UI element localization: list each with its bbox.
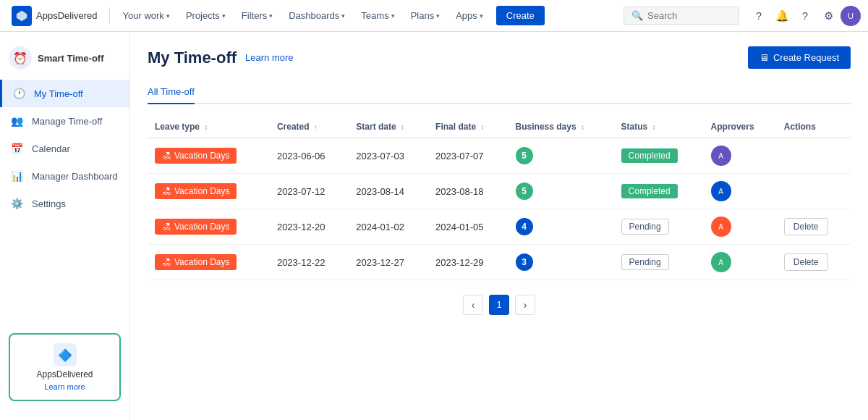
cell-approvers: A — [704, 209, 777, 245]
cell-final-date: 2023-08-18 — [428, 174, 509, 209]
vacation-icon: 🏖 — [162, 186, 171, 196]
create-button[interactable]: Create — [496, 6, 545, 25]
avatar: A — [711, 217, 731, 237]
table-row: 🏖 Vacation Days2023-06-062023-07-032023-… — [148, 138, 851, 174]
delete-button[interactable]: Delete — [784, 253, 828, 271]
cell-final-date: 2024-01-05 — [428, 209, 509, 245]
avatar: A — [711, 146, 731, 166]
sidebar-item-my-time-off[interactable]: 🕐 My Time-off — [0, 80, 129, 107]
sidebar-header: ⏰ Smart Time-off — [0, 42, 129, 80]
col-leave-type[interactable]: Leave type ↕ — [148, 116, 270, 138]
cell-start-date: 2024-01-02 — [349, 209, 428, 245]
nav-your-work-label: Your work — [123, 10, 164, 21]
sidebar-promo-box[interactable]: 🔷 AppsDelivered Learn more — [9, 333, 121, 401]
app-logo[interactable]: AppsDelivered — [7, 6, 102, 26]
calendar-icon: 📅 — [9, 140, 25, 156]
sidebar-item-manage-time-off[interactable]: 👥 Manage Time-off — [0, 107, 129, 135]
promo-brand-name: AppsDelivered — [36, 369, 93, 379]
page-1-button[interactable]: 1 — [489, 295, 509, 315]
sort-icon: ↕ — [204, 123, 208, 131]
nav-dashboards[interactable]: Dashboards ▾ — [283, 7, 351, 24]
cell-status: Pending — [614, 245, 704, 280]
cell-business-days: 3 — [509, 245, 614, 280]
sidebar-item-settings[interactable]: ⚙️ Settings — [0, 190, 129, 217]
sidebar-app-icon: ⏰ — [9, 46, 32, 70]
nav-apps[interactable]: Apps ▾ — [450, 7, 489, 24]
col-created[interactable]: Created ↑ — [270, 116, 349, 138]
promo-learn-more-link[interactable]: Learn more — [44, 382, 85, 391]
cell-business-days: 5 — [509, 174, 614, 209]
delete-button[interactable]: Delete — [784, 218, 828, 235]
vacation-icon: 🏖 — [162, 222, 171, 232]
search-input[interactable] — [647, 10, 731, 21]
sidebar-item-manager-dashboard[interactable]: 📊 Manager Dashboard — [0, 162, 129, 190]
nav-filters[interactable]: Filters ▾ — [236, 7, 278, 24]
topnav-actions: ? 🔔 ? ⚙ U — [748, 5, 861, 27]
nav-projects[interactable]: Projects ▾ — [180, 7, 231, 24]
cell-actions — [777, 174, 851, 209]
sidebar-item-label: My Time-off — [34, 88, 83, 99]
sidebar-item-label: Manage Time-off — [32, 116, 102, 127]
cell-final-date: 2023-12-29 — [428, 245, 509, 280]
search-bar[interactable]: 🔍 — [624, 7, 739, 25]
nav-filters-label: Filters — [242, 10, 267, 21]
leave-type-badge: 🏖 Vacation Days — [155, 183, 237, 199]
learn-more-link[interactable]: Learn more — [245, 52, 293, 63]
cell-actions — [777, 138, 851, 174]
nav-divider — [109, 7, 110, 25]
settings-button[interactable]: ⚙ — [817, 5, 839, 27]
nav-plans[interactable]: Plans ▾ — [405, 7, 446, 24]
col-final-date[interactable]: Final date ↕ — [428, 116, 509, 138]
sort-icon: ↕ — [652, 123, 656, 131]
sidebar-promo-area: 🔷 AppsDelivered Learn more — [0, 324, 129, 410]
settings-icon: ⚙️ — [9, 196, 25, 211]
user-avatar[interactable]: U — [841, 6, 861, 26]
cell-approvers: A — [704, 138, 777, 174]
brand-name: AppsDelivered — [36, 10, 98, 21]
create-request-label: Create Request — [773, 52, 839, 63]
dashboard-icon: 📊 — [9, 168, 25, 184]
time-off-table: Leave type ↕ Created ↑ Start date ↕ Fina… — [148, 116, 851, 280]
promo-icon: 🔷 — [54, 343, 77, 366]
page-title-row: My Time-off Learn more — [148, 49, 294, 67]
sidebar-app-name: Smart Time-off — [38, 53, 104, 64]
status-badge: Completed — [621, 148, 678, 163]
search-icon: 🔍 — [631, 10, 643, 21]
next-page-button[interactable]: › — [515, 295, 535, 315]
col-start-date[interactable]: Start date ↕ — [349, 116, 428, 138]
cell-status: Completed — [614, 174, 704, 209]
sidebar-item-calendar[interactable]: 📅 Calendar — [0, 135, 129, 162]
help-button[interactable]: ? — [794, 5, 816, 27]
sidebar-item-label: Settings — [32, 198, 66, 209]
col-status[interactable]: Status ↕ — [614, 116, 704, 138]
sort-icon: ↑ — [314, 123, 318, 131]
nav-teams[interactable]: Teams ▾ — [355, 7, 400, 24]
prev-page-button[interactable]: ‹ — [463, 295, 483, 315]
cell-status: Pending — [614, 209, 704, 245]
sort-icon: ↕ — [581, 123, 584, 131]
time-icon: 🕐 — [11, 85, 27, 101]
cell-created: 2023-12-22 — [270, 245, 349, 280]
cell-final-date: 2023-07-07 — [428, 138, 509, 174]
notifications-button[interactable]: 🔔 — [771, 5, 793, 27]
vacation-icon: 🏖 — [162, 257, 171, 267]
sidebar-item-label: Manager Dashboard — [32, 171, 118, 182]
nav-apps-label: Apps — [456, 10, 477, 21]
create-request-button[interactable]: 🖥 Create Request — [748, 46, 851, 69]
leave-type-badge: 🏖 Vacation Days — [155, 148, 237, 164]
cell-leave-type: 🏖 Vacation Days — [148, 174, 270, 209]
top-navigation: AppsDelivered Your work ▾ Projects ▾ Fil… — [0, 0, 868, 32]
nav-your-work[interactable]: Your work ▾ — [117, 7, 176, 24]
col-business-days[interactable]: Business days ↕ — [509, 116, 614, 138]
chevron-down-icon: ▾ — [222, 12, 226, 20]
cell-start-date: 2023-08-14 — [349, 174, 428, 209]
tab-all-time-off[interactable]: All Time-off — [148, 80, 195, 104]
chevron-down-icon: ▾ — [436, 12, 440, 20]
create-request-icon: 🖥 — [760, 52, 769, 63]
cell-start-date: 2023-12-27 — [349, 245, 428, 280]
help-circle-button[interactable]: ? — [748, 5, 770, 27]
cell-approvers: A — [704, 245, 777, 280]
table-row: 🏖 Vacation Days2023-12-202024-01-022024-… — [148, 209, 851, 245]
tab-label: All Time-off — [148, 86, 195, 97]
pagination: ‹ 1 › — [148, 295, 851, 315]
